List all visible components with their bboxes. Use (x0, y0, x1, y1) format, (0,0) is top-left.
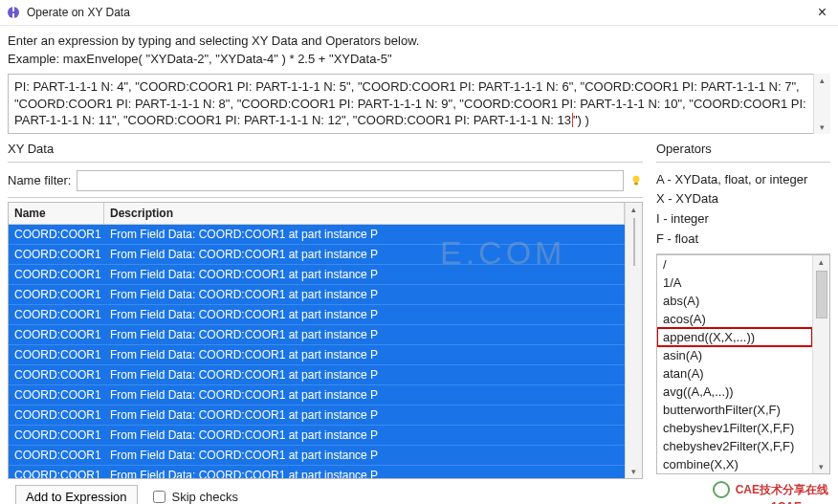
watermark-cn: CAE技术分享在线 (736, 482, 828, 498)
cell-description: From Field Data: COORD:COOR1 at part ins… (104, 345, 625, 364)
lightbulb-icon[interactable] (629, 174, 643, 187)
xydata-table: Name Description COORD:COOR1From Field D… (8, 202, 643, 479)
operator-item[interactable]: chebyshev1Filter(X,F,F) (657, 419, 812, 437)
window-title: Operate on XY Data (27, 6, 812, 19)
cell-description: From Field Data: COORD:COOR1 at part ins… (104, 405, 625, 425)
cell-name: COORD:COOR1 (9, 385, 104, 405)
titlebar: Operate on XY Data × (0, 0, 838, 26)
xydata-title: XY Data (8, 142, 643, 156)
cell-description: From Field Data: COORD:COOR1 at part ins… (104, 245, 625, 264)
bottom-controls: Add to Expression Skip checks (15, 485, 635, 504)
cell-name: COORD:COOR1 (9, 305, 104, 324)
table-row[interactable]: COORD:COOR1From Field Data: COORD:COOR1 … (9, 245, 625, 265)
watermark-logo-icon (713, 481, 730, 498)
cell-name: COORD:COOR1 (9, 446, 104, 465)
cell-description: From Field Data: COORD:COOR1 at part ins… (104, 305, 625, 324)
cell-name: COORD:COOR1 (9, 466, 104, 478)
table-row[interactable]: COORD:COOR1From Field Data: COORD:COOR1 … (9, 365, 625, 385)
operator-item[interactable]: butterworthFilter(X,F) (657, 401, 812, 419)
table-row[interactable]: COORD:COOR1From Field Data: COORD:COOR1 … (9, 345, 625, 365)
scroll-down-icon[interactable]: ▾ (819, 460, 824, 473)
operators-scrollbar[interactable]: ▴ ▾ (812, 255, 829, 473)
operators-list[interactable]: /1/Aabs(A)acos(A)append((X,X,...))asin(A… (657, 255, 812, 473)
expression-line: PART-1-1-1 N: 11", "COORD:COOR1 PI: PART… (14, 113, 571, 127)
table-row[interactable]: COORD:COOR1From Field Data: COORD:COOR1 … (9, 466, 625, 478)
scrollbar-thumb[interactable] (816, 271, 827, 318)
table-row[interactable]: COORD:COOR1From Field Data: COORD:COOR1 … (9, 446, 625, 466)
operators-list-wrap: /1/Aabs(A)acos(A)append((X,X,...))asin(A… (656, 254, 830, 474)
table-row[interactable]: COORD:COOR1From Field Data: COORD:COOR1 … (9, 405, 625, 426)
cell-description: From Field Data: COORD:COOR1 at part ins… (104, 385, 625, 405)
svg-rect-4 (634, 182, 638, 185)
operator-item[interactable]: avg((A,A,...)) (657, 383, 812, 401)
app-icon (6, 5, 21, 20)
operator-item[interactable]: combine(X,X) (657, 455, 812, 473)
operator-item[interactable]: atan(A) (657, 364, 812, 383)
cell-name: COORD:COOR1 (9, 225, 104, 244)
cell-description: From Field Data: COORD:COOR1 at part ins… (104, 426, 625, 445)
operator-item[interactable]: acos(A) (657, 310, 812, 328)
table-row[interactable]: COORD:COOR1From Field Data: COORD:COOR1 … (9, 285, 625, 305)
column-header-description[interactable]: Description (104, 203, 625, 224)
cell-name: COORD:COOR1 (9, 245, 104, 264)
cell-description: From Field Data: COORD:COOR1 at part ins… (104, 446, 625, 465)
cell-description: From Field Data: COORD:COOR1 at part ins… (104, 265, 625, 284)
watermark-footer: CAE技术分享在线 (713, 481, 828, 498)
expression-line: ") ) (573, 113, 589, 127)
expression-scrollbar[interactable]: ▴ ▾ (813, 74, 830, 134)
operator-item[interactable]: chebyshev2Filter(X,F,F) (657, 437, 812, 455)
cell-description: From Field Data: COORD:COOR1 at part ins… (104, 225, 625, 244)
table-row[interactable]: COORD:COOR1From Field Data: COORD:COOR1 … (9, 265, 625, 285)
table-row[interactable]: COORD:COOR1From Field Data: COORD:COOR1 … (9, 426, 625, 446)
operators-title: Operators (656, 142, 830, 156)
legend-x: X - XYData (656, 189, 830, 209)
divider (656, 162, 830, 163)
operators-panel: Operators A - XYData, float, or integer … (656, 142, 830, 504)
operators-legend: A - XYData, float, or integer X - XYData… (656, 170, 830, 250)
operator-item[interactable]: 1/A (657, 274, 812, 292)
column-header-name[interactable]: Name (9, 203, 104, 224)
instructions-text: Enter an expression by typing and select… (0, 26, 838, 50)
cell-name: COORD:COOR1 (9, 265, 104, 284)
expression-line: "COORD:COOR1 PI: PART-1-1-1 N: 8", "COOR… (14, 97, 806, 111)
name-filter-label: Name filter: (8, 173, 71, 187)
add-to-expression-button[interactable]: Add to Expression (15, 485, 138, 504)
operator-item[interactable]: abs(A) (657, 292, 812, 310)
legend-a: A - XYData, float, or integer (656, 170, 830, 190)
scroll-down-icon[interactable]: ▾ (631, 465, 636, 478)
expression-line: PI: PART-1-1-1 N: 4", "COORD:COOR1 PI: P… (14, 79, 800, 94)
scroll-up-icon[interactable]: ▴ (820, 74, 825, 87)
cell-description: From Field Data: COORD:COOR1 at part ins… (104, 285, 625, 304)
scroll-up-icon[interactable]: ▴ (631, 203, 636, 216)
scroll-up-icon[interactable]: ▴ (819, 255, 824, 269)
watermark-url: www.1CAE.com (741, 500, 828, 504)
table-row[interactable]: COORD:COOR1From Field Data: COORD:COOR1 … (9, 305, 625, 325)
skip-checks-checkbox[interactable] (153, 491, 165, 503)
scroll-down-icon[interactable]: ▾ (820, 121, 825, 134)
close-icon[interactable]: × (812, 4, 832, 21)
table-scrollbar-vertical[interactable]: ▴ ▾ (625, 203, 642, 478)
cell-description: From Field Data: COORD:COOR1 at part ins… (104, 466, 625, 478)
divider (8, 197, 643, 198)
cell-name: COORD:COOR1 (9, 405, 104, 425)
table-row[interactable]: COORD:COOR1From Field Data: COORD:COOR1 … (9, 225, 625, 245)
skip-checks-label: Skip checks (172, 490, 238, 504)
example-text: Example: maxEnvelope( "XYData-2", "XYDat… (0, 50, 838, 74)
table-row[interactable]: COORD:COOR1From Field Data: COORD:COOR1 … (9, 385, 625, 405)
xydata-panel: XY Data Name filter: Name Description CO… (8, 142, 643, 504)
operator-item[interactable]: append((X,X,...)) (657, 328, 812, 346)
skip-checks-wrap[interactable]: Skip checks (149, 488, 238, 504)
scrollbar-thumb[interactable] (633, 218, 635, 266)
legend-f: F - float (656, 230, 830, 250)
svg-rect-2 (12, 13, 14, 18)
cell-description: From Field Data: COORD:COOR1 at part ins… (104, 365, 625, 384)
svg-rect-1 (12, 7, 14, 11)
legend-i: I - integer (656, 209, 830, 230)
expression-box-wrap: PI: PART-1-1-1 N: 4", "COORD:COOR1 PI: P… (8, 74, 830, 134)
name-filter-input[interactable] (77, 170, 624, 191)
table-row[interactable]: COORD:COOR1From Field Data: COORD:COOR1 … (9, 325, 625, 345)
operator-item[interactable]: / (657, 255, 812, 274)
operator-item[interactable]: asin(A) (657, 346, 812, 364)
cell-name: COORD:COOR1 (9, 426, 104, 445)
expression-input[interactable]: PI: PART-1-1-1 N: 4", "COORD:COOR1 PI: P… (8, 74, 830, 134)
